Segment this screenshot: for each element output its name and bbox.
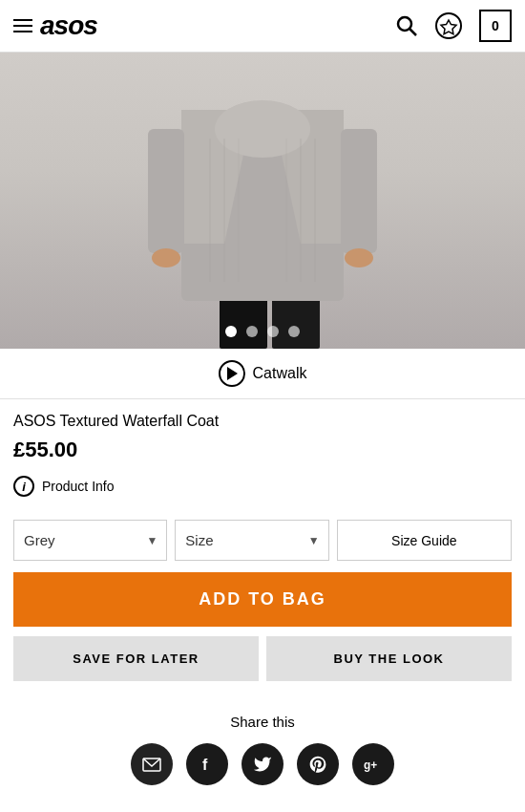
svg-rect-11 bbox=[341, 129, 377, 253]
pinterest-icon bbox=[308, 755, 327, 774]
twitter-icon bbox=[253, 755, 272, 774]
product-price: £55.00 bbox=[13, 438, 512, 462]
social-icons: f g+ bbox=[13, 743, 512, 785]
svg-marker-3 bbox=[441, 20, 456, 34]
svg-line-1 bbox=[410, 30, 417, 36]
play-triangle-icon bbox=[227, 367, 238, 380]
search-icon[interactable] bbox=[395, 14, 418, 37]
header-right: 0 bbox=[395, 10, 512, 42]
dot-2[interactable] bbox=[246, 326, 258, 337]
svg-point-12 bbox=[152, 248, 180, 267]
svg-point-2 bbox=[436, 13, 461, 38]
svg-rect-10 bbox=[148, 129, 184, 253]
logo[interactable]: asos bbox=[40, 11, 97, 41]
product-image-container bbox=[0, 53, 525, 349]
svg-text:f: f bbox=[202, 757, 208, 773]
share-section: Share this f g+ bbox=[0, 704, 525, 804]
svg-point-9 bbox=[215, 100, 310, 158]
dot-4[interactable] bbox=[288, 326, 300, 337]
cart-icon[interactable]: 0 bbox=[479, 10, 512, 42]
facebook-icon: f bbox=[198, 755, 217, 774]
product-name: ASOS Textured Waterfall Coat bbox=[13, 413, 512, 430]
selectors-row: Grey Black Camel ▼ Size XS S M L XL ▼ Si… bbox=[0, 520, 525, 561]
buy-the-look-button[interactable]: BUY THE LOOK bbox=[266, 636, 512, 681]
color-select-wrapper: Grey Black Camel ▼ bbox=[13, 520, 167, 561]
dot-1[interactable] bbox=[225, 326, 237, 337]
product-section: ASOS Textured Waterfall Coat £55.00 i Pr… bbox=[0, 399, 525, 520]
size-guide-button[interactable]: Size Guide bbox=[337, 520, 512, 561]
cart-count: 0 bbox=[492, 18, 499, 33]
save-for-later-button[interactable]: SAVE FOR LATER bbox=[13, 636, 259, 681]
svg-text:g+: g+ bbox=[364, 759, 377, 772]
catwalk-label: Catwalk bbox=[253, 365, 307, 382]
menu-icon[interactable] bbox=[13, 19, 32, 32]
share-title: Share this bbox=[13, 714, 512, 730]
share-pinterest-button[interactable] bbox=[297, 743, 339, 785]
product-illustration bbox=[129, 53, 396, 349]
product-info-label: Product Info bbox=[42, 479, 115, 494]
image-dots bbox=[225, 326, 300, 337]
header: asos 0 bbox=[0, 0, 525, 53]
product-image bbox=[0, 53, 525, 349]
header-left: asos bbox=[13, 11, 97, 41]
share-email-button[interactable] bbox=[131, 743, 173, 785]
wishlist-icon[interactable] bbox=[435, 12, 462, 39]
share-twitter-button[interactable] bbox=[242, 743, 284, 785]
secondary-buttons: SAVE FOR LATER BUY THE LOOK bbox=[0, 636, 525, 681]
info-icon[interactable]: i bbox=[13, 476, 34, 497]
share-facebook-button[interactable]: f bbox=[186, 743, 228, 785]
dot-3[interactable] bbox=[267, 326, 279, 337]
email-icon bbox=[142, 755, 161, 774]
product-info-row: i Product Info bbox=[13, 476, 512, 497]
play-button[interactable] bbox=[219, 360, 245, 387]
color-select[interactable]: Grey Black Camel bbox=[13, 520, 167, 561]
svg-point-13 bbox=[345, 248, 373, 267]
catwalk-bar[interactable]: Catwalk bbox=[0, 349, 525, 399]
svg-point-0 bbox=[398, 17, 411, 31]
add-to-bag-button[interactable]: ADD TO BAG bbox=[13, 572, 512, 627]
share-googleplus-button[interactable]: g+ bbox=[352, 743, 394, 785]
googleplus-icon: g+ bbox=[363, 754, 384, 775]
size-select-wrapper: Size XS S M L XL ▼ bbox=[175, 520, 328, 561]
size-select[interactable]: Size XS S M L XL bbox=[175, 520, 328, 561]
